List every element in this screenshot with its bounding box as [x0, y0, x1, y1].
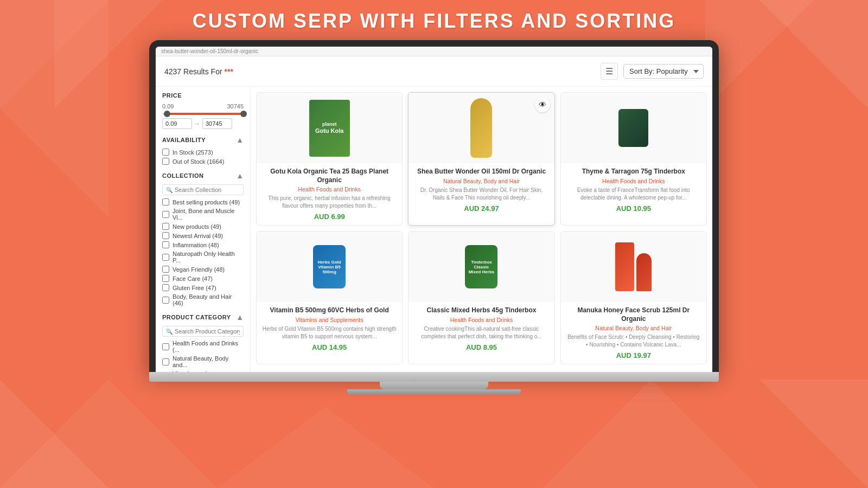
collection-label-7: Face Care (47) [173, 275, 213, 282]
results-count: 4237 [164, 67, 181, 76]
product-category-toggle[interactable]: ▲ [236, 313, 244, 322]
product-desc-4: Herbs of Gold Vitamin B5 500mg contains … [262, 325, 397, 341]
product-category-filter-title: PRODUCT CATEGORY [162, 314, 231, 320]
product-image-6 [615, 242, 652, 291]
collection-search-wrapper: 🔍 [162, 184, 244, 195]
product-image-area-1: planetGotu Kola [257, 93, 402, 163]
product-name-4: Vitamin B5 500mg 60VC Herbs of Gold [262, 306, 397, 315]
collection-item-4: Inflammation (48) [162, 241, 244, 248]
availability-filter-section: AVAILABILITY ▲ In Stock (2573) Out of St [162, 136, 244, 165]
product-price-6: AUD 19.97 [566, 351, 701, 359]
price-filter-title: PRICE [162, 92, 182, 99]
collection-toggle[interactable]: ▲ [236, 171, 244, 180]
product-desc-6: Benefits of Face Scrub: • Deeply Cleansi… [566, 333, 701, 349]
price-slider-fill [164, 113, 242, 115]
price-labels: 0.09 30745 [162, 103, 244, 110]
price-max-label: 30745 [227, 103, 244, 110]
collection-checkbox-2[interactable] [162, 223, 169, 230]
product-category-filter-header: PRODUCT CATEGORY ▲ [162, 313, 244, 322]
availability-toggle[interactable]: ▲ [236, 136, 244, 144]
out-of-stock-checkbox[interactable] [162, 158, 169, 165]
quick-view-button-2[interactable]: 👁 [535, 97, 550, 112]
collection-filter-header: COLLECTION ▲ [162, 171, 244, 180]
price-slider-track[interactable] [162, 113, 244, 115]
sidebar: PRICE 0.09 30745 [156, 87, 251, 372]
list-view-button[interactable]: ☰ [601, 63, 618, 80]
price-filter-section: PRICE 0.09 30745 [162, 92, 244, 129]
page-title: CUSTOM SERP WITH FILTERS AND SORTING [0, 0, 868, 40]
url-text: shea-butter-wonder-oil-150ml-dr-organic [161, 48, 258, 54]
product-image-1: planetGotu Kola [309, 100, 350, 157]
laptop-screen: shea-butter-wonder-oil-150ml-dr-organic … [156, 47, 712, 372]
results-query: *** [225, 67, 233, 76]
collection-label-2: New products (49) [173, 223, 221, 230]
collection-checkbox-1[interactable] [162, 211, 169, 218]
collection-checkbox-7[interactable] [162, 275, 169, 282]
collection-checkbox-3[interactable] [162, 232, 169, 239]
product-card-3[interactable]: Thyme & Tarragon 75g Tinderbox Health Fo… [560, 92, 707, 226]
price-thumb-left[interactable] [164, 111, 170, 117]
product-category-6: Natural Beauty, Body and Hair [566, 325, 701, 331]
laptop-bottom [149, 372, 719, 382]
category-checkbox-1[interactable] [162, 358, 169, 365]
product-image-4: Herbs GoldVitamin B5500mg [313, 245, 346, 288]
sort-select[interactable]: Sort By: Popularity Price: Low to High P… [623, 64, 704, 79]
results-label: Results For [183, 67, 222, 76]
price-thumb-right[interactable] [240, 111, 247, 117]
product-card-2[interactable]: 👁 Shea Butter Wonder Oil 150ml Dr Organi… [408, 92, 554, 226]
price-range: 0.09 30745 [162, 103, 244, 129]
collection-item-0: Best selling products (49) [162, 198, 244, 206]
product-info-2: Shea Butter Wonder Oil 150ml Dr Organic … [409, 163, 554, 217]
collection-item-8: Gluten Free (47) [162, 284, 244, 291]
availability-filter-header: AVAILABILITY ▲ [162, 136, 244, 144]
product-card-6[interactable]: Manuka Honey Face Scrub 125ml Dr Organic… [560, 231, 707, 364]
svg-marker-9 [217, 407, 434, 488]
collection-label-0: Best selling products (49) [173, 199, 240, 206]
laptop-stand [380, 382, 488, 389]
url-bar: shea-butter-wonder-oil-150ml-dr-organic [156, 47, 712, 56]
product-card-4[interactable]: Herbs GoldVitamin B5500mg Vitamin B5 500… [256, 231, 403, 364]
collection-checkbox-4[interactable] [162, 241, 169, 248]
collection-checkbox-9[interactable] [162, 297, 169, 304]
collection-label-5: Naturopath Only Health P... [173, 251, 244, 264]
product-name-6: Manuka Honey Face Scrub 125ml Dr Organic [566, 306, 701, 323]
product-image-area-6 [561, 232, 706, 302]
screen-body: PRICE 0.09 30745 [156, 87, 712, 372]
category-checkbox-0[interactable] [162, 343, 169, 350]
product-card-5[interactable]: TinderboxClassicMixed Herbs Classic Mixe… [408, 231, 554, 364]
collection-item-1: Joint, Bone and Muscle Vi... [162, 208, 244, 221]
collection-checkbox-0[interactable] [162, 198, 169, 206]
product-name-3: Thyme & Tarragon 75g Tinderbox [566, 168, 701, 176]
collection-search-icon: 🔍 [166, 187, 173, 193]
in-stock-checkbox[interactable] [162, 149, 169, 156]
product-info-1: Gotu Kola Organic Tea 25 Bags Planet Org… [257, 163, 402, 225]
product-desc-3: Evoke a taste of FranceTransform flat fo… [566, 187, 701, 202]
svg-marker-8 [542, 380, 760, 488]
results-info: 4237 Results For *** [164, 67, 233, 76]
collection-search-input[interactable] [175, 187, 240, 193]
collection-item-2: New products (49) [162, 223, 244, 230]
product-info-6: Manuka Honey Face Scrub 125ml Dr Organic… [561, 302, 706, 364]
collection-item-7: Face Care (47) [162, 275, 244, 282]
in-stock-label: In Stock (2573) [173, 149, 213, 156]
product-category-5: Health Foods and Drinks [414, 317, 548, 323]
product-image-area-4: Herbs GoldVitamin B5500mg [257, 232, 402, 302]
product-info-3: Thyme & Tarragon 75g Tinderbox Health Fo… [561, 163, 706, 217]
price-max-input[interactable] [202, 118, 232, 129]
collection-checkbox-6[interactable] [162, 266, 169, 273]
product-card-1[interactable]: planetGotu Kola Gotu Kola Organic Tea 25… [256, 92, 403, 226]
product-category-3: Health Foods and Drinks [566, 178, 701, 184]
price-inputs: → [162, 118, 244, 129]
product-category-search-input[interactable] [175, 328, 240, 335]
product-desc-1: This pure, organic, herbal infusion has … [262, 195, 397, 210]
product-desc-5: Creative cookingThis all-natural salt-fr… [414, 325, 548, 341]
collection-checkbox-5[interactable] [162, 254, 169, 261]
product-image-2 [470, 98, 492, 158]
price-min-input[interactable] [162, 118, 192, 129]
header-right: ☰ Sort By: Popularity Price: Low to High… [601, 63, 704, 80]
product-category-4: Vitamins and Supplements [262, 317, 397, 323]
collection-label-3: Newest Arrival (49) [173, 233, 223, 239]
collection-label-6: Vegan Friendly (48) [173, 266, 225, 273]
collection-checkbox-8[interactable] [162, 284, 169, 291]
category-item-1: Natural Beauty, Body and... [162, 355, 244, 368]
